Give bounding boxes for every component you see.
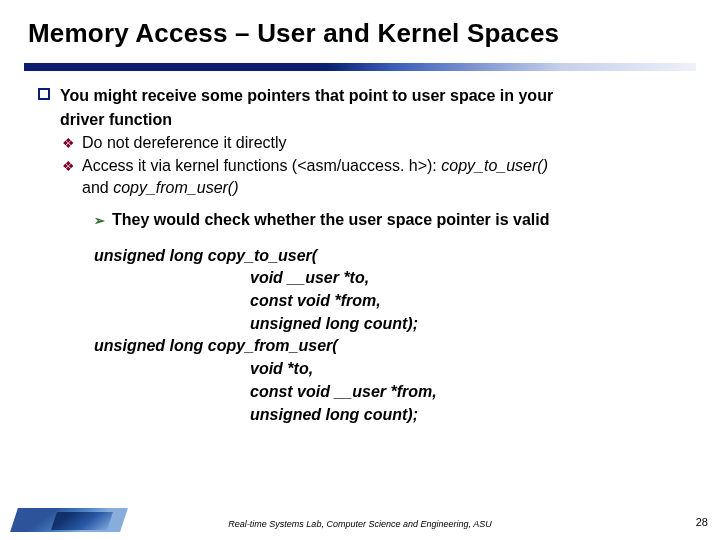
- bullet-level1: You might receive some pointers that poi…: [38, 85, 686, 107]
- title-rule: [24, 63, 696, 71]
- bullet-level2-cont: and copy_from_user(): [38, 177, 686, 199]
- code-text: unsigned long count);: [250, 406, 418, 423]
- footer: Real-time Systems Lab, Computer Science …: [0, 506, 720, 532]
- bullet-text: driver function: [60, 111, 172, 128]
- slide: Memory Access – User and Kernel Spaces Y…: [0, 0, 720, 540]
- square-bullet-icon: [38, 88, 50, 100]
- bullet-text: and: [82, 179, 113, 196]
- code-line: void *to,: [94, 358, 686, 381]
- code-inline: copy_to_user(): [441, 157, 548, 174]
- code-text: void __user *to,: [250, 269, 369, 286]
- code-line: void __user *to,: [94, 267, 686, 290]
- code-line: unsigned long copy_from_user(: [94, 335, 686, 358]
- bullet-level2: ❖ Access it via kernel functions (<asm/u…: [38, 155, 686, 177]
- code-block: unsigned long copy_to_user( void __user …: [38, 245, 686, 427]
- content-area: You might receive some pointers that poi…: [0, 85, 720, 426]
- code-text: const void *from,: [250, 292, 381, 309]
- code-line: const void *from,: [94, 290, 686, 313]
- code-line: unsigned long count);: [94, 313, 686, 336]
- code-inline: copy_from_user(): [113, 179, 238, 196]
- code-line: unsigned long copy_to_user(: [94, 245, 686, 268]
- slide-title: Memory Access – User and Kernel Spaces: [0, 0, 720, 57]
- code-text: unsigned long count);: [250, 315, 418, 332]
- bullet-level3: ➢ They would check whether the user spac…: [38, 209, 686, 231]
- bullet-text: Do not dereference it directly: [82, 134, 287, 151]
- bullet-text: They would check whether the user space …: [112, 211, 549, 228]
- diamond-bullet-icon: ❖: [62, 157, 75, 176]
- code-line: unsigned long count);: [94, 404, 686, 427]
- code-text: void *to,: [250, 360, 313, 377]
- code-text: const void __user *from,: [250, 383, 437, 400]
- diamond-bullet-icon: ❖: [62, 134, 75, 153]
- footer-decoration-icon: [51, 512, 113, 530]
- triangle-bullet-icon: ➢: [94, 212, 105, 230]
- bullet-text: You might receive some pointers that poi…: [60, 87, 553, 104]
- page-number: 28: [696, 516, 708, 528]
- bullet-level2: ❖ Do not dereference it directly: [38, 132, 686, 154]
- bullet-level1-cont: driver function: [38, 109, 686, 131]
- code-line: const void __user *from,: [94, 381, 686, 404]
- footer-text: Real-time Systems Lab, Computer Science …: [228, 519, 491, 529]
- bullet-text: Access it via kernel functions (<asm/uac…: [82, 157, 441, 174]
